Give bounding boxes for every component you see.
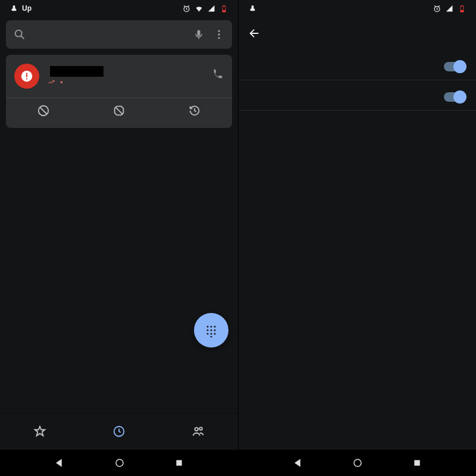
not-spam-button[interactable] xyxy=(82,104,157,121)
svg-point-25 xyxy=(200,427,203,430)
dialpad-fab[interactable] xyxy=(194,313,228,347)
search-icon xyxy=(13,28,26,41)
alarm-icon xyxy=(433,4,441,13)
svg-point-13 xyxy=(206,325,208,327)
setting-see-caller-id[interactable] xyxy=(239,50,476,80)
wifi-icon xyxy=(195,4,203,13)
phone-left-recents: Up xyxy=(0,0,238,476)
setting-info-2 xyxy=(239,130,476,139)
svg-point-6 xyxy=(218,30,220,32)
svg-rect-30 xyxy=(461,10,464,12)
setting-info-1 xyxy=(239,111,476,130)
svg-rect-31 xyxy=(461,5,463,5)
svg-point-16 xyxy=(206,329,208,331)
system-nav xyxy=(239,450,476,476)
svg-point-14 xyxy=(210,325,212,327)
overview-button[interactable] xyxy=(174,458,184,468)
svg-point-26 xyxy=(116,459,123,466)
recent-calls-list: • xyxy=(0,52,238,413)
touch-icon xyxy=(10,4,18,13)
nav-recent[interactable] xyxy=(79,414,158,450)
svg-point-7 xyxy=(218,33,220,35)
status-bar: Up xyxy=(0,0,238,17)
search-bar[interactable] xyxy=(6,20,232,49)
home-button[interactable] xyxy=(114,458,125,468)
svg-point-19 xyxy=(206,333,208,334)
toggle-switch[interactable] xyxy=(444,92,465,102)
svg-point-17 xyxy=(210,329,212,331)
svg-point-22 xyxy=(210,336,212,337)
svg-rect-5 xyxy=(198,30,201,36)
back-arrow-icon[interactable] xyxy=(248,27,261,40)
svg-rect-3 xyxy=(223,5,225,5)
svg-rect-11 xyxy=(26,79,27,80)
svg-rect-10 xyxy=(26,73,27,77)
spam-call-info: • xyxy=(48,66,202,87)
svg-point-21 xyxy=(214,333,215,334)
svg-point-8 xyxy=(218,37,220,39)
setting-filter-spam[interactable] xyxy=(239,80,476,111)
spam-icon xyxy=(14,64,39,89)
svg-point-32 xyxy=(354,459,361,466)
settings-body xyxy=(239,50,476,450)
history-button[interactable] xyxy=(156,104,232,121)
nav-favourites[interactable] xyxy=(0,414,79,450)
svg-rect-27 xyxy=(176,460,181,465)
bottom-nav xyxy=(0,413,238,450)
home-button[interactable] xyxy=(352,458,363,468)
call-button[interactable] xyxy=(211,68,224,84)
svg-rect-33 xyxy=(414,460,419,465)
overview-button[interactable] xyxy=(412,458,422,468)
alarm-icon xyxy=(182,4,191,13)
svg-point-20 xyxy=(210,333,212,334)
phone-right-settings xyxy=(238,0,476,476)
redacted-block xyxy=(50,66,104,77)
spam-call-card: • xyxy=(6,55,232,128)
system-nav xyxy=(0,450,238,476)
svg-point-15 xyxy=(214,325,215,327)
svg-point-4 xyxy=(15,30,22,37)
up-icon: Up xyxy=(22,4,32,12)
toggle-switch[interactable] xyxy=(444,62,465,71)
battery-icon xyxy=(458,4,466,13)
svg-point-24 xyxy=(195,427,199,431)
touch-icon xyxy=(248,4,257,13)
nav-contacts[interactable] xyxy=(159,414,238,450)
signal-icon xyxy=(445,4,454,13)
spam-actions xyxy=(6,98,232,128)
signal-icon xyxy=(207,4,216,13)
svg-rect-2 xyxy=(223,10,226,12)
battery-icon xyxy=(220,4,228,13)
settings-header xyxy=(239,17,476,50)
mic-icon[interactable] xyxy=(193,29,205,40)
missed-call-icon xyxy=(48,79,55,86)
svg-point-18 xyxy=(214,329,215,331)
block-button[interactable] xyxy=(6,104,82,121)
back-button[interactable] xyxy=(293,458,303,468)
overflow-icon[interactable] xyxy=(213,29,225,40)
spam-call-row[interactable]: • xyxy=(6,55,232,98)
back-button[interactable] xyxy=(54,458,65,468)
status-bar xyxy=(239,0,476,17)
